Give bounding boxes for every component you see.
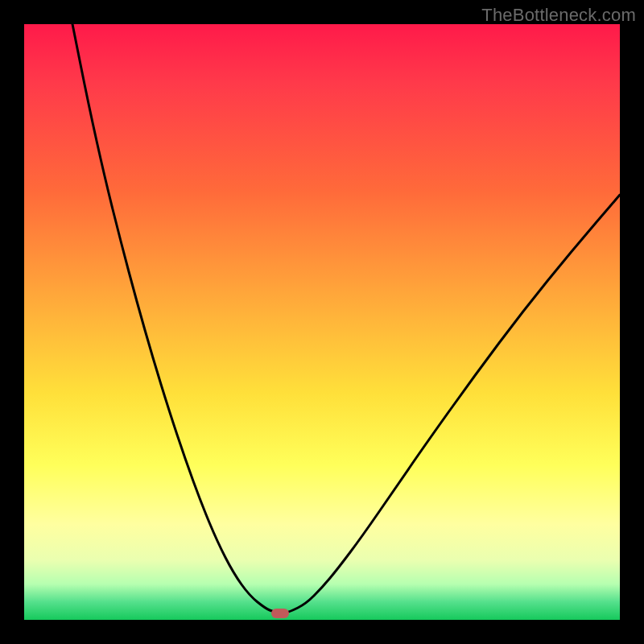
watermark-text: TheBottleneck.com (481, 5, 636, 26)
chart-frame: TheBottleneck.com (0, 0, 644, 644)
plot-area (24, 24, 620, 620)
curve-svg (24, 24, 620, 620)
optimal-marker (271, 609, 289, 618)
bottleneck-curve (72, 24, 620, 613)
